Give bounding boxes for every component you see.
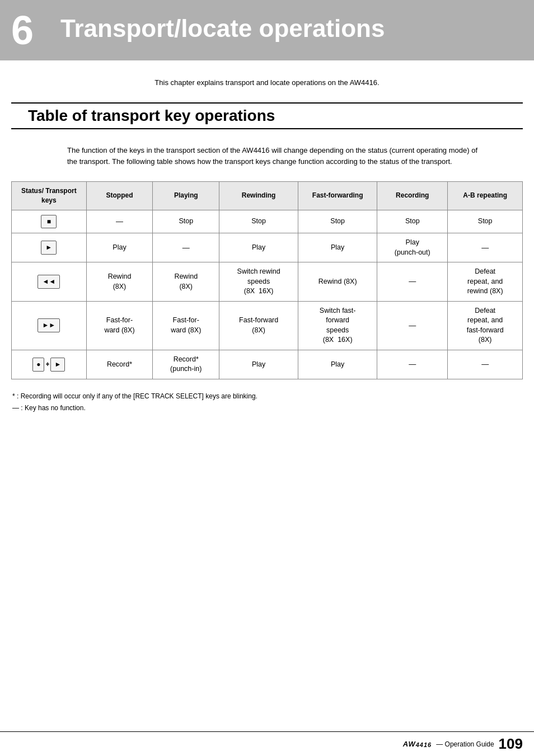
col-header-playing: Playing [153, 182, 219, 210]
cell-rew-recording: — [377, 262, 448, 302]
col-header-recording: Recording [377, 182, 448, 210]
table-row: ■ — Stop Stop Stop Stop Stop [12, 210, 523, 233]
cell-rew-playing: Rewind(8X) [153, 262, 219, 302]
col-header-fast-forwarding: Fast-forwarding [298, 182, 377, 210]
cell-stop-stopped: — [86, 210, 153, 233]
cell-stop-rewinding: Stop [219, 210, 298, 233]
stop-button-icon: ■ [41, 215, 57, 229]
cell-rew-rewinding: Switch rewindspeeds(8X 16X) [219, 262, 298, 302]
record-dot-icon: ● [32, 358, 44, 372]
cell-rew-fast: Rewind (8X) [298, 262, 377, 302]
table-row: ◄◄ Rewind(8X) Rewind(8X) Switch rewindsp… [12, 262, 523, 302]
cell-play-rewinding: Play [219, 233, 298, 262]
footer-logo: AW4416 [403, 740, 432, 748]
cell-rew-ab: Defeatrepeat, andrewind (8X) [448, 262, 523, 302]
cell-ff-recording: — [377, 301, 448, 350]
key-ff-icon: ►► [12, 301, 87, 350]
col-header-rewinding: Rewinding [219, 182, 298, 210]
plus-icon: + [45, 360, 49, 369]
cell-ff-fast: Switch fast-forwardspeeds(8X 16X) [298, 301, 377, 350]
cell-stop-ab: Stop [448, 210, 523, 233]
chapter-title: Transport/locate operations [60, 10, 385, 43]
cell-rp-rewinding: Play [219, 350, 298, 379]
cell-play-playing: — [153, 233, 219, 262]
table-wrap: Status/ Transport keys Stopped Playing R… [11, 181, 523, 379]
cell-ff-stopped: Fast-for-ward (8X) [86, 301, 153, 350]
col-header-stopped: Stopped [86, 182, 153, 210]
cell-rew-stopped: Rewind(8X) [86, 262, 153, 302]
col-header-status: Status/ Transport keys [12, 182, 87, 210]
fast-forward-button-icon: ►► [38, 318, 60, 332]
cell-stop-recording: Stop [377, 210, 448, 233]
key-play-icon: ► [12, 233, 87, 262]
play-button-icon: ► [41, 241, 57, 255]
cell-play-stopped: Play [86, 233, 153, 262]
page-header: 6 Transport/locate operations [0, 0, 534, 60]
cell-stop-fast: Stop [298, 210, 377, 233]
section-heading-wrap: Table of transport key operations [11, 102, 523, 129]
col-header-ab-repeating: A-B repeating [448, 182, 523, 210]
key-rewind-icon: ◄◄ [12, 262, 87, 302]
cell-play-fast: Play [298, 233, 377, 262]
footer-guide-text: — Operation Guide [436, 740, 494, 748]
cell-ff-rewinding: Fast-forward(8X) [219, 301, 298, 350]
cell-play-ab: — [448, 233, 523, 262]
cell-ff-ab: Defeatrepeat, andfast-forward(8X) [448, 301, 523, 350]
intro-text: This chapter explains transport and loca… [0, 60, 534, 102]
footnote-1: * : Recording will occur only if any of … [12, 391, 522, 403]
body-text: The function of the keys in the transpor… [0, 139, 534, 176]
page-footer: AW4416 — Operation Guide 109 [0, 731, 534, 756]
footer-page-number: 109 [499, 735, 523, 753]
table-row: ► Play — Play Play Play(punch-out) — [12, 233, 523, 262]
footnote-2: — : Key has no function. [12, 402, 522, 415]
chapter-number: 6 [11, 10, 50, 50]
key-stop-icon: ■ [12, 210, 87, 233]
key-rec-play-icon: ● + ► [12, 350, 87, 379]
cell-rp-playing: Record*(punch-in) [153, 350, 219, 379]
rewind-button-icon: ◄◄ [38, 275, 60, 289]
cell-rp-ab: — [448, 350, 523, 379]
transport-table: Status/ Transport keys Stopped Playing R… [11, 181, 523, 379]
play-triangle-icon: ► [50, 358, 65, 372]
cell-rp-recording: — [377, 350, 448, 379]
cell-ff-playing: Fast-for-ward (8X) [153, 301, 219, 350]
footnotes: * : Recording will occur only if any of … [12, 391, 522, 415]
cell-play-recording: Play(punch-out) [377, 233, 448, 262]
cell-rp-stopped: Record* [86, 350, 153, 379]
record-play-compound-icon: ● + ► [15, 358, 83, 372]
section-heading: Table of transport key operations [28, 107, 506, 125]
table-row: ● + ► Record* Record*(punch-in) Play Pla… [12, 350, 523, 379]
cell-stop-playing: Stop [153, 210, 219, 233]
table-row: ►► Fast-for-ward (8X) Fast-for-ward (8X)… [12, 301, 523, 350]
cell-rp-fast: Play [298, 350, 377, 379]
